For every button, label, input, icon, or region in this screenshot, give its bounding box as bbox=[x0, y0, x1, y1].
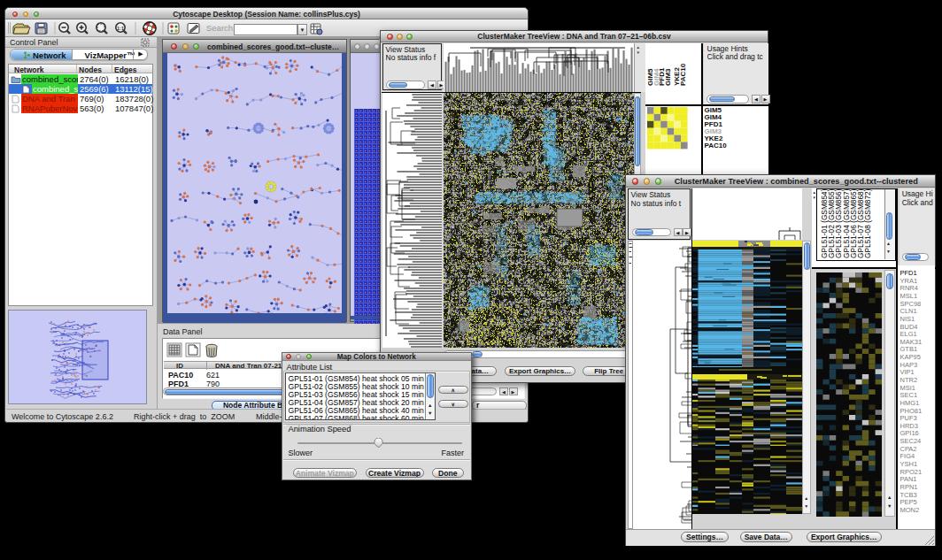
svg-text:Search:: Search: bbox=[206, 23, 236, 33]
svg-text:1:1: 1:1 bbox=[117, 26, 124, 31]
